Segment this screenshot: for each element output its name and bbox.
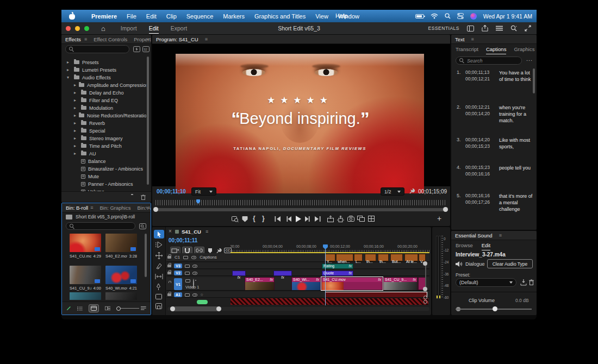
spotlight-icon[interactable] <box>445 13 451 19</box>
hscroll-left-knob[interactable] <box>170 306 175 311</box>
panel-menu-icon[interactable]: ≡ <box>471 36 474 42</box>
panel-menu-icon[interactable]: ≡ <box>205 36 208 42</box>
menu-edit[interactable]: Edit <box>146 13 157 20</box>
graphics-clip-quote[interactable]: Quotefx <box>322 271 353 276</box>
disclosure-arrow-icon[interactable]: ▸ <box>74 128 78 133</box>
track-select-forward-tool[interactable] <box>155 242 163 248</box>
menu-clock[interactable]: Wed Apr 1 9:41 AM <box>483 13 532 20</box>
search-menu-icon[interactable] <box>510 25 517 32</box>
bin-clip-thumbnail[interactable] <box>70 234 101 252</box>
quick-export-icon[interactable] <box>496 26 503 31</box>
audio-clip-selected[interactable] <box>325 292 427 297</box>
tab-bin-b-roll[interactable]: Bin: B-roll <box>66 205 88 211</box>
effects-tree-item[interactable]: ▸Noise Reduction/Restoration <box>61 112 146 119</box>
effects-tree-item[interactable]: Mute <box>61 173 146 180</box>
timeline-content[interactable]: ;00;0000;00;04;0000;00;08;0000;00;12;000… <box>231 227 429 312</box>
play-button[interactable] <box>295 216 301 222</box>
disclosure-arrow-icon[interactable]: ▸ <box>74 136 78 141</box>
panel-overflow-icon[interactable]: » <box>146 205 148 210</box>
step-forward-icon[interactable] <box>304 216 310 222</box>
siri-icon[interactable] <box>470 13 477 20</box>
button-editor-plus[interactable]: + <box>437 214 441 223</box>
comparison-view-icon[interactable] <box>357 216 365 222</box>
track-output-eye-icon[interactable] <box>191 256 196 259</box>
scroll-handle[interactable] <box>423 261 427 266</box>
caption-clip[interactable]: when... <box>336 254 353 261</box>
timeline-ruler[interactable]: ;00;0000;00;04;0000;00;08;0000;00;12;000… <box>231 244 429 252</box>
caption-text[interactable]: Like with most sports, <box>499 137 533 150</box>
slip-tool[interactable] <box>155 274 163 279</box>
caption-clip[interactable]: Y... <box>325 254 335 261</box>
menu-view[interactable]: View <box>315 13 328 20</box>
v2-track-header[interactable]: V2 <box>167 271 197 275</box>
video-clip[interactable]: S40_E2...fx <box>245 277 275 290</box>
bin-filter-icon[interactable] <box>139 223 146 229</box>
caption-text[interactable]: people tell you <box>499 165 533 171</box>
effects-tree-item[interactable]: ▾Audio Effects <box>61 74 146 81</box>
lift-icon[interactable] <box>327 216 334 222</box>
disclosure-arrow-icon[interactable]: ▸ <box>67 67 71 72</box>
disclosure-arrow-icon[interactable]: ▸ <box>74 113 76 118</box>
lock-icon[interactable] <box>167 256 171 259</box>
effects-tree-item[interactable]: ▸Reverb <box>61 120 146 127</box>
menu-clip[interactable]: Clip <box>166 13 177 20</box>
apple-icon[interactable] <box>69 12 75 20</box>
fullscreen-icon[interactable] <box>525 25 531 32</box>
caption-text[interactable]: when you're training for a match. <box>499 104 533 124</box>
panel-menu-icon[interactable]: ≡ <box>84 36 87 42</box>
bin-clip-thumbnail[interactable] <box>105 234 137 252</box>
disclosure-arrow-icon[interactable]: ▸ <box>67 60 71 65</box>
audio-clip-waveform-band[interactable] <box>231 298 428 305</box>
step-back-icon[interactable] <box>286 216 292 222</box>
clear-audio-type-button[interactable]: Clear Audio Type <box>487 259 533 268</box>
tab-bin-audio[interactable]: Bin: Audio <box>137 205 151 211</box>
panel-menu-icon[interactable]: ≡ <box>499 233 502 238</box>
hand-tool[interactable] <box>155 303 162 309</box>
subtab-transcript[interactable]: Transcript <box>456 46 478 54</box>
export-frame-icon[interactable] <box>347 216 354 222</box>
clip-volume-knob[interactable] <box>493 306 497 311</box>
video-clip[interactable]: S41_CU.movfx <box>321 277 383 290</box>
effects-tree-item[interactable]: ▸Time and Pitch <box>61 142 146 149</box>
caption-text[interactable]: You have a lot of time to think <box>499 70 533 83</box>
mark-in-icon[interactable]: { <box>253 215 256 222</box>
delete-preset-icon[interactable] <box>529 279 534 285</box>
es-subtab-browse[interactable]: Browse <box>456 242 473 250</box>
caption-clip[interactable]: But... <box>390 254 403 261</box>
audio-scroll-handle[interactable] <box>423 296 427 299</box>
caption-clip[interactable]: th... <box>365 254 376 261</box>
video-tracks-scrollbar[interactable] <box>425 263 426 290</box>
subtab-graphics[interactable]: Graphics <box>514 46 534 54</box>
graphics-clip-rating[interactable]: Ratingfx <box>322 263 353 269</box>
share-icon[interactable] <box>482 25 488 32</box>
thumbnail-zoom-slider[interactable] <box>116 306 135 311</box>
playback-resolution-dropdown[interactable]: 1/2 <box>381 187 404 196</box>
close-sequence-icon[interactable]: × <box>169 228 172 234</box>
sort-menu-icon[interactable] <box>141 306 146 311</box>
tab-effects[interactable]: Effects <box>65 36 81 42</box>
text-tab[interactable]: Text <box>455 36 464 42</box>
mode-tab-export[interactable]: Export <box>171 23 187 34</box>
add-marker-icon[interactable] <box>242 216 248 222</box>
graphics-clip[interactable]: fx <box>273 271 292 276</box>
panel-overflow-icon[interactable]: » <box>146 36 149 42</box>
razor-tool[interactable] <box>155 263 162 269</box>
captions-track-header[interactable]: C1 Captions <box>167 255 217 260</box>
v3-track-header[interactable]: V3 <box>167 263 197 268</box>
program-timecode[interactable]: 00;00;11;10 <box>157 189 186 194</box>
effects-tree-item[interactable]: Panner - Ambisonics <box>61 180 146 187</box>
menu-help[interactable]: Help <box>335 12 348 19</box>
freeform-view-icon[interactable] <box>105 306 111 311</box>
delete-custom-item-icon[interactable] <box>141 194 146 200</box>
timeline-hscroll-handle[interactable] <box>172 306 219 311</box>
writable-pencil-icon[interactable] <box>66 305 71 311</box>
disclosure-arrow-icon[interactable]: ▸ <box>74 98 78 103</box>
effects-tree-item[interactable]: ▸AU <box>61 150 146 157</box>
pen-tool[interactable] <box>155 284 161 290</box>
tab-effect-controls[interactable]: Effect Controls <box>94 36 127 42</box>
sequence-tab[interactable]: S41_CU <box>182 229 201 235</box>
bin-clip-thumbnail[interactable] <box>105 292 137 300</box>
hscroll-right-knob[interactable] <box>216 306 221 311</box>
panel-menu-icon[interactable]: ≡ <box>205 229 208 234</box>
effects-tree-item[interactable]: ▸Special <box>61 127 146 134</box>
